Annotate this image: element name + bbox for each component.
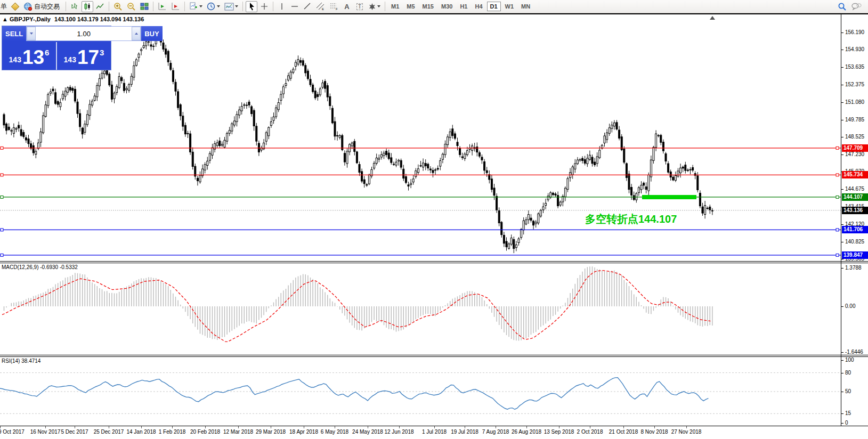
- price-chart-panel[interactable]: ▲ GBPJPY-,Daily 143.100 143.179 143.094 …: [0, 14, 868, 261]
- timeframe-h1[interactable]: H1: [457, 2, 470, 11]
- date-tick: [304, 426, 304, 428]
- separator: [109, 2, 109, 11]
- equidistant-channel-icon: E: [316, 2, 325, 11]
- date-label: 12 Mar 2018: [223, 429, 253, 435]
- rsi-panel[interactable]: RSI(14) 38.4714 1008050150: [0, 357, 868, 426]
- timeframe-m1[interactable]: M1: [388, 2, 402, 11]
- macd-panel[interactable]: MACD(12,26,9) -0.6930 -0.5332 1.37880.00…: [0, 263, 868, 355]
- price-tick-label: 140.825: [845, 239, 864, 245]
- sell-button[interactable]: SELL: [2, 26, 26, 41]
- cursor-icon: [248, 2, 256, 11]
- date-label: 16 Nov 2017: [30, 429, 61, 435]
- date-tick: [686, 426, 687, 428]
- gold-ingot-icon[interactable]: [9, 1, 21, 12]
- buy-price-display[interactable]: 143173: [57, 41, 111, 70]
- chart-shift-marker: [710, 16, 715, 20]
- volume-input[interactable]: [36, 27, 132, 40]
- up-arrow-icon: [135, 32, 138, 35]
- macd-tick-label: -1.6446: [845, 349, 863, 355]
- fibonacci-tool[interactable]: F: [328, 1, 340, 12]
- trader-annotation-text[interactable]: 多空转折点144.107: [585, 212, 677, 226]
- line-chart-icon: [96, 2, 104, 11]
- rsi-label: RSI(14) 38.4714: [2, 358, 40, 364]
- separator: [273, 2, 273, 11]
- text-tool[interactable]: A: [341, 1, 353, 12]
- chat-button[interactable]: [849, 1, 863, 12]
- timeframe-row: M1M5M15M30H1H4D1W1MN: [387, 2, 534, 11]
- horizontal-line-tool[interactable]: [289, 1, 301, 12]
- date-label: 20 Feb 2018: [190, 429, 220, 435]
- date-label: 14 Jan 2018: [126, 429, 156, 435]
- date-tick: [335, 426, 335, 428]
- candlestick-plot[interactable]: [0, 14, 868, 261]
- line-chart-button[interactable]: [94, 1, 106, 12]
- date-label: 18 Apr 2018: [289, 429, 318, 435]
- date-label: 13 Sep 2018: [544, 429, 574, 435]
- search-icon: [838, 2, 847, 11]
- timeframe-m15[interactable]: M15: [419, 2, 437, 11]
- zoom-out-button[interactable]: [125, 1, 137, 12]
- templates-button[interactable]: [223, 1, 240, 12]
- new-order-button[interactable]: 单: [0, 2, 9, 11]
- price-tick-label: 153.635: [845, 64, 864, 70]
- timeframe-mn[interactable]: MN: [518, 2, 533, 11]
- clock-icon: [207, 2, 216, 11]
- volume-decrease-button[interactable]: [27, 27, 36, 40]
- sell-price-display[interactable]: 143136: [2, 41, 56, 70]
- timeframe-d1[interactable]: D1: [487, 2, 501, 11]
- buy-price-sup: 3: [100, 48, 104, 57]
- date-tick: [172, 426, 173, 428]
- rsi-plot[interactable]: [0, 357, 868, 426]
- zoom-in-button[interactable]: [112, 1, 124, 12]
- level-price-chip: 147.709: [842, 144, 868, 152]
- volume-increase-button[interactable]: [132, 27, 141, 40]
- bar-chart-button[interactable]: [69, 1, 80, 12]
- candlestick-chart-button[interactable]: [82, 1, 93, 12]
- vertical-line-tool[interactable]: [276, 1, 288, 12]
- arrows-icon: [368, 3, 376, 11]
- buy-button[interactable]: BUY: [141, 26, 162, 41]
- current-price-chip: 143.136: [842, 207, 868, 214]
- text-label-icon: T: [356, 3, 363, 10]
- auto-scroll-button[interactable]: [156, 1, 168, 12]
- arrows-tool[interactable]: [367, 1, 382, 12]
- dropdown-caret: [199, 5, 202, 7]
- level-price-chip: 139.847: [842, 251, 868, 259]
- search-button[interactable]: [836, 1, 848, 12]
- periods-button[interactable]: [205, 1, 222, 12]
- svg-text:E: E: [322, 7, 324, 11]
- date-axis[interactable]: 9 Oct 201716 Nov 20175 Dec 201725 Dec 20…: [0, 426, 868, 439]
- text-label-tool[interactable]: T: [354, 1, 366, 12]
- toolbar: 单 自动交易: [0, 0, 868, 13]
- dropdown-caret: [217, 5, 220, 7]
- date-label: 12 Jun 2018: [384, 429, 413, 435]
- bar-chart-icon: [70, 2, 79, 11]
- date-tick: [238, 426, 239, 428]
- buy-price-big: 17: [77, 50, 99, 66]
- autotrading-button[interactable]: 自动交易: [22, 1, 63, 12]
- cursor-tool-button[interactable]: [246, 1, 257, 12]
- date-label: 19 Jul 2018: [451, 429, 478, 435]
- macd-tick-label: 0.00: [845, 303, 855, 309]
- sell-price-big: 13: [22, 50, 44, 66]
- timeframe-m5[interactable]: M5: [403, 2, 418, 11]
- tile-windows-button[interactable]: [139, 1, 150, 12]
- date-tick: [399, 426, 400, 428]
- panel-collapse-marker[interactable]: ▲: [2, 16, 8, 22]
- timeframe-w1[interactable]: W1: [502, 2, 517, 11]
- chart-shift-button[interactable]: [169, 1, 182, 12]
- timeframe-m30[interactable]: M30: [438, 2, 456, 11]
- add-indicator-button[interactable]: [188, 1, 204, 12]
- timeframe-h4[interactable]: H4: [472, 2, 485, 11]
- date-tick: [109, 426, 109, 428]
- date-tick: [526, 426, 527, 428]
- symbol-period-label: GBPJPY-,Daily: [10, 16, 51, 22]
- date-label: 24 May 2018: [352, 429, 383, 435]
- text-a-icon: A: [344, 3, 349, 11]
- date-tick: [271, 426, 271, 428]
- crosshair-tool-button[interactable]: [258, 1, 270, 12]
- macd-plot[interactable]: [0, 263, 868, 355]
- date-tick: [590, 426, 590, 428]
- trendline-tool[interactable]: [302, 1, 313, 12]
- channel-tool[interactable]: E: [314, 1, 327, 12]
